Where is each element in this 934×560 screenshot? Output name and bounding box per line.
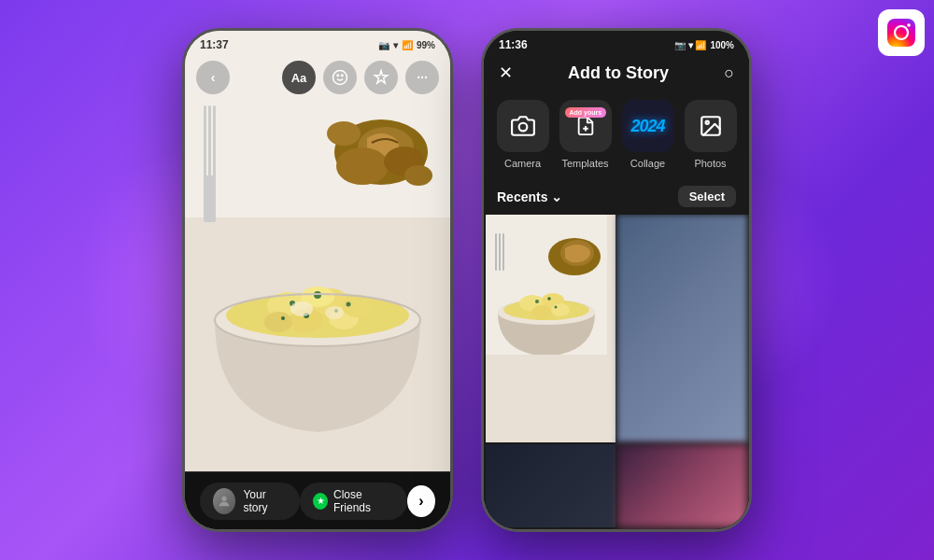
story-options: Camera Add yours: [484, 91, 749, 178]
collage-label: Collage: [630, 158, 665, 169]
right-status-bar: 11:36 📷 ▾ 📶 100%: [484, 31, 749, 55]
left-toolbar: ‹ Aa: [185, 61, 450, 94]
toolbar-right: Aa ···: [282, 61, 439, 94]
right-icons: 📷 ▾ 📶: [674, 40, 707, 50]
svg-rect-6: [204, 105, 206, 180]
your-story-label: Your story: [243, 488, 287, 514]
emoji-button[interactable]: [323, 61, 357, 94]
right-battery: 100%: [710, 40, 734, 50]
svg-point-37: [337, 75, 339, 77]
svg-point-23: [264, 312, 292, 332]
recents-bar: Recents ⌄ Select: [484, 178, 749, 215]
svg-point-2: [907, 23, 911, 27]
svg-rect-58: [495, 233, 497, 271]
instagram-icon: [885, 17, 917, 49]
svg-rect-60: [502, 233, 504, 271]
option-templates[interactable]: Add yours Templates: [559, 100, 612, 169]
photo-cell-food[interactable]: [486, 215, 616, 442]
your-story-button[interactable]: Your story: [200, 483, 300, 520]
svg-point-55: [555, 306, 558, 309]
photo-food-svg: [486, 215, 607, 355]
option-camera[interactable]: Camera: [497, 100, 549, 169]
svg-point-51: [531, 305, 552, 320]
svg-point-52: [551, 303, 570, 316]
circle-icon[interactable]: ○: [724, 63, 734, 83]
text-tool-button[interactable]: Aa: [282, 61, 316, 94]
left-battery: 99%: [417, 40, 435, 50]
right-time: 11:36: [499, 38, 528, 51]
svg-point-39: [222, 496, 227, 500]
svg-point-12: [336, 147, 389, 185]
svg-point-30: [281, 316, 285, 320]
templates-icon-box: Add yours: [559, 100, 612, 152]
effects-button[interactable]: [364, 61, 398, 94]
svg-point-54: [547, 297, 551, 301]
recents-chevron: ⌄: [551, 189, 562, 204]
option-photos[interactable]: Photos: [685, 100, 737, 169]
photos-svg: [699, 114, 723, 138]
left-bottom-bar: Your story ★ Close Friends ›: [185, 471, 450, 529]
collage-2024-text: 2024: [630, 117, 664, 136]
svg-rect-8: [213, 105, 216, 180]
svg-rect-59: [499, 233, 501, 271]
svg-point-34: [325, 306, 344, 319]
right-phone: 11:36 📷 ▾ 📶 100% ✕ Add to Story ○: [481, 28, 752, 532]
left-camera-icon: 📷: [378, 40, 389, 50]
option-collage[interactable]: 2024 Collage: [622, 100, 674, 169]
left-wifi: 📶: [402, 40, 413, 50]
svg-point-29: [347, 302, 351, 307]
svg-rect-9: [204, 175, 216, 222]
story-avatar: [213, 488, 235, 514]
camera-svg: [511, 114, 535, 138]
templates-svg: [575, 116, 596, 136]
close-icon[interactable]: ✕: [499, 63, 513, 83]
svg-point-15: [404, 165, 432, 186]
phones-container: 11:37 📷 ▾ 📶 99% ‹ Aa: [182, 28, 752, 532]
collage-icon-box: 2024: [622, 100, 674, 152]
svg-point-14: [327, 121, 361, 146]
photos-label: Photos: [694, 158, 726, 169]
photos-icon-box: [685, 100, 737, 152]
left-status-bar: 11:37 📷 ▾ 📶 99%: [185, 31, 450, 55]
svg-point-40: [518, 123, 527, 132]
left-time: 11:37: [200, 38, 229, 51]
recents-dropdown[interactable]: Recents ⌄: [497, 189, 562, 204]
photo-cell-blur-1[interactable]: [617, 215, 747, 442]
camera-label: Camera: [504, 158, 541, 169]
photo-cell-dark[interactable]: [486, 444, 616, 528]
instagram-logo: [878, 9, 925, 56]
left-phone: 11:37 📷 ▾ 📶 99% ‹ Aa: [182, 28, 453, 532]
camera-icon-box: [497, 100, 549, 152]
svg-point-38: [342, 75, 344, 77]
left-phone-inner: 11:37 📷 ▾ 📶 99% ‹ Aa: [185, 31, 450, 529]
right-header: ✕ Add to Story ○: [484, 55, 749, 91]
svg-point-53: [535, 300, 539, 303]
more-button[interactable]: ···: [405, 61, 439, 94]
templates-inner: Add yours: [559, 100, 612, 152]
close-friends-button[interactable]: ★ Close Friends: [300, 483, 407, 520]
next-button[interactable]: ›: [407, 485, 435, 517]
add-yours-badge: Add yours: [565, 107, 607, 118]
svg-rect-7: [208, 105, 211, 180]
svg-point-44: [705, 121, 708, 124]
recents-text: Recents: [497, 189, 547, 204]
photo-grid: [484, 215, 749, 529]
back-button[interactable]: ‹: [196, 61, 230, 94]
right-phone-inner: 11:36 📷 ▾ 📶 100% ✕ Add to Story ○: [484, 31, 749, 529]
food-image-area: [185, 31, 450, 473]
photo-cell-pink[interactable]: [617, 444, 747, 528]
header-title: Add to Story: [568, 63, 669, 83]
cf-dot: ★: [313, 493, 328, 510]
left-signal: ▾: [393, 40, 398, 50]
templates-label: Templates: [561, 158, 608, 169]
select-button[interactable]: Select: [678, 186, 736, 207]
food-illustration: [185, 31, 450, 473]
close-friends-label: Close Friends: [333, 488, 394, 514]
svg-rect-0: [887, 19, 915, 47]
svg-point-36: [333, 71, 347, 85]
svg-point-33: [290, 301, 313, 316]
